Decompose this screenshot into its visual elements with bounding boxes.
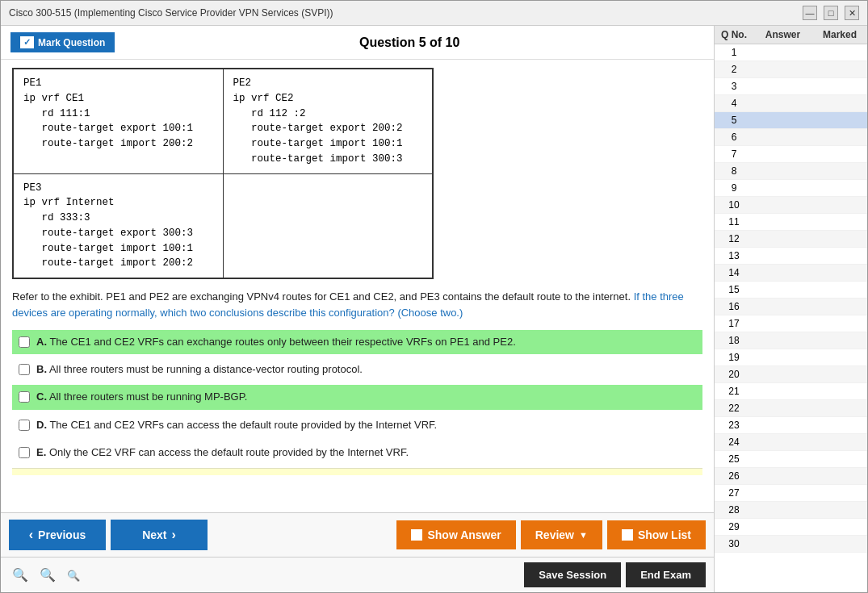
question-list-item[interactable]: 5: [715, 112, 867, 129]
scroll-area[interactable]: PE1 ip vrf CE1 rd 111:1 route-target exp…: [1, 60, 714, 512]
q-answer: [750, 114, 816, 127]
question-list-item[interactable]: 16: [715, 299, 867, 315]
question-list-item[interactable]: 3: [715, 78, 867, 95]
question-list-item[interactable]: 7: [715, 146, 867, 163]
close-button[interactable]: ✕: [845, 6, 859, 20]
review-button[interactable]: Review ▼: [521, 520, 602, 549]
question-list-item[interactable]: 28: [715, 502, 867, 519]
question-list-item[interactable]: 24: [715, 434, 867, 451]
zoom-in-button[interactable]: 🔍: [9, 566, 31, 584]
question-number: Question 5 of 10: [115, 35, 704, 50]
checkbox-d[interactable]: [19, 420, 30, 431]
q-answer: [750, 182, 816, 194]
question-highlight: If the three devices are operating norma…: [12, 290, 684, 319]
maximize-button[interactable]: □: [824, 6, 838, 20]
zoom-in-icon: 🔍: [12, 568, 28, 582]
q-marked: [816, 46, 864, 59]
checkbox-c[interactable]: [19, 391, 30, 403]
q-number: 3: [718, 80, 750, 93]
save-session-button[interactable]: Save Session: [524, 562, 621, 587]
q-marked: [816, 334, 864, 347]
q-number: 27: [718, 487, 750, 499]
next-label: Next: [142, 528, 166, 541]
question-list-item[interactable]: 6: [715, 129, 867, 146]
show-list-check-icon: [622, 529, 633, 541]
show-list-button[interactable]: Show List: [607, 520, 706, 549]
question-list-item[interactable]: 27: [715, 485, 867, 502]
q-number: 2: [718, 63, 750, 76]
question-list-item[interactable]: 4: [715, 95, 867, 112]
question-list-item[interactable]: 25: [715, 451, 867, 468]
answer-option-b[interactable]: B. All three routers must be running a d…: [12, 357, 702, 382]
question-list-item[interactable]: 8: [715, 163, 867, 180]
show-answer-icon: [411, 529, 422, 541]
question-list-item[interactable]: 9: [715, 180, 867, 197]
main-window: Cisco 300-515 (Implementing Cisco Servic…: [0, 0, 868, 593]
show-list-label: Show List: [638, 528, 691, 541]
end-exam-button[interactable]: End Exam: [626, 562, 706, 587]
question-list-item[interactable]: 11: [715, 214, 867, 231]
question-list[interactable]: 1 2 3 4 5 6 7 8 9 10 11: [715, 44, 867, 592]
q-answer: [750, 165, 816, 177]
answer-option-d[interactable]: D. The CE1 and CE2 VRFs can access the d…: [12, 413, 702, 437]
answer-text-e: E. Only the CE2 VRF can access the defau…: [36, 445, 409, 460]
q-number: 10: [718, 198, 750, 211]
checkbox-e[interactable]: [19, 447, 30, 458]
zoom-reset-button[interactable]: 🔍: [36, 566, 59, 584]
answer-text-b: B. All three routers must be running a d…: [36, 362, 363, 377]
question-list-item[interactable]: 22: [715, 400, 867, 417]
navigation-toolbar: ‹ Previous Next › Show Answer Review ▼: [1, 512, 714, 557]
question-list-item[interactable]: 2: [715, 61, 867, 78]
checkbox-b[interactable]: [19, 364, 30, 375]
answer-option-c[interactable]: C. All three routers must be running MP-…: [12, 385, 702, 409]
q-answer: [750, 300, 816, 313]
q-marked: [816, 63, 864, 76]
q-marked: [816, 80, 864, 93]
minimize-button[interactable]: —: [803, 6, 817, 20]
q-number: 15: [718, 283, 750, 296]
answer-option-a[interactable]: A. The CE1 and CE2 VRFs can exchange rou…: [12, 330, 702, 354]
q-marked: [816, 148, 864, 161]
question-list-item[interactable]: 13: [715, 248, 867, 265]
question-list-item[interactable]: 29: [715, 519, 867, 536]
zoom-reset-icon: 🔍: [40, 568, 56, 582]
end-exam-label: End Exam: [640, 569, 691, 581]
title-bar: Cisco 300-515 (Implementing Cisco Servic…: [1, 1, 867, 26]
q-answer: [750, 148, 816, 161]
window-title: Cisco 300-515 (Implementing Cisco Servic…: [9, 7, 333, 19]
question-list-item[interactable]: 14: [715, 265, 867, 282]
question-list-item[interactable]: 23: [715, 417, 867, 434]
question-list-item[interactable]: 18: [715, 332, 867, 349]
question-list-item[interactable]: 21: [715, 383, 867, 400]
answer-text-d: D. The CE1 and CE2 VRFs can access the d…: [36, 418, 437, 432]
checkbox-a[interactable]: [19, 336, 30, 348]
question-list-item[interactable]: 19: [715, 349, 867, 366]
q-number: 1: [718, 46, 750, 59]
q-answer: [750, 537, 816, 550]
exhibit-pe2: PE2 ip vrf CE2 rd 112 :2 route-target ex…: [223, 69, 433, 173]
question-list-item[interactable]: 26: [715, 468, 867, 485]
question-list-item[interactable]: 20: [715, 366, 867, 383]
previous-button[interactable]: ‹ Previous: [9, 520, 106, 550]
question-list-item[interactable]: 30: [715, 536, 867, 553]
question-list-item[interactable]: 17: [715, 315, 867, 332]
show-answer-button[interactable]: Show Answer: [396, 520, 515, 549]
col-answer-header: Answer: [752, 29, 814, 40]
zoom-out-button[interactable]: 🔍: [64, 566, 83, 584]
q-answer: [750, 453, 816, 466]
mark-question-button[interactable]: ✓ Mark Question: [10, 32, 115, 52]
col-qno-header: Q No.: [718, 29, 750, 40]
q-answer: [750, 283, 816, 296]
answer-option-e[interactable]: E. Only the CE2 VRF can access the defau…: [12, 441, 702, 465]
question-list-item[interactable]: 10: [715, 197, 867, 214]
question-list-item[interactable]: 12: [715, 231, 867, 248]
question-area: ✓ Mark Question Question 5 of 10 PE1 ip …: [1, 26, 714, 592]
q-number: 19: [718, 351, 750, 364]
q-marked: [816, 487, 864, 499]
next-button[interactable]: Next ›: [111, 520, 208, 550]
q-marked: [816, 131, 864, 144]
save-session-label: Save Session: [539, 569, 606, 581]
question-list-item[interactable]: 1: [715, 44, 867, 61]
q-number: 20: [718, 368, 750, 381]
question-list-item[interactable]: 15: [715, 282, 867, 299]
